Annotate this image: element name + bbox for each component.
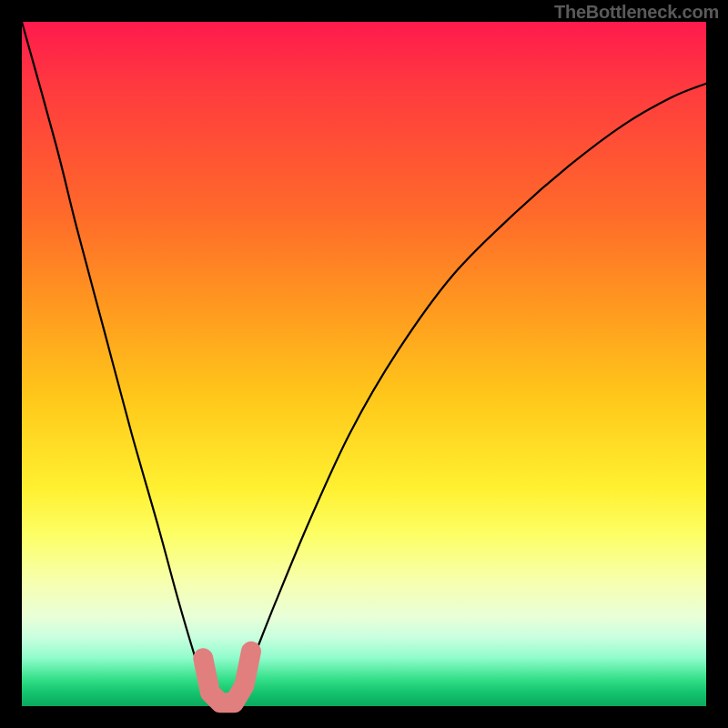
bottleneck-curve [22, 22, 706, 706]
optimum-marker [203, 652, 251, 703]
bottleneck-plot [22, 22, 706, 706]
chart-frame [22, 22, 706, 706]
watermark-text: TheBottleneck.com [554, 2, 719, 23]
